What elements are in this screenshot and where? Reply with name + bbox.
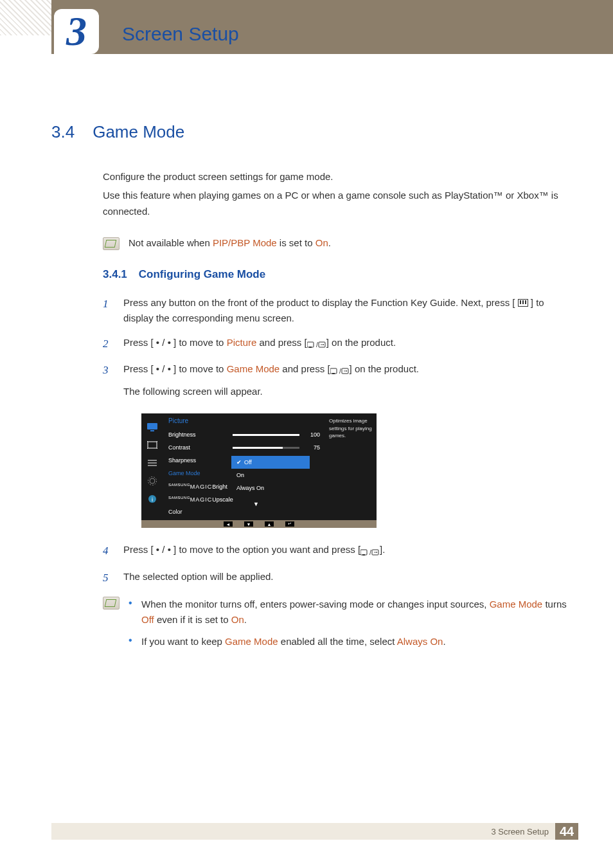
osd-info-icon: i — [147, 494, 158, 503]
s3-tail: The following screen will appear. — [123, 384, 574, 399]
menu-icon — [518, 299, 528, 307]
subsection-heading: 3.4.1 Configuring Game Mode — [103, 268, 574, 281]
s4-slash: / — [159, 544, 168, 555]
osd-option-on: On — [231, 469, 310, 482]
step-1: 1 Press any button on the front of the p… — [103, 295, 574, 326]
bottom-notes: • When the monitor turns off, enters pow… — [103, 597, 574, 656]
svg-point-17 — [150, 478, 155, 484]
osd-contrast-slider — [233, 447, 299, 449]
step-num-1: 1 — [103, 295, 112, 326]
check-icon: ✔ — [236, 459, 242, 466]
section-number: 3.4 — [51, 122, 75, 142]
content-area: 3.4 Game Mode Configure the product scre… — [51, 122, 574, 674]
s2-pre: Press [ — [123, 337, 156, 348]
term-gamemode: Game Mode — [227, 363, 280, 374]
note2-text: If you want to keep Game Mode enabled al… — [141, 634, 446, 649]
subsection-number: 3.4.1 — [103, 268, 127, 281]
bullet-dot-2: • — [129, 634, 135, 649]
term-picture: Picture — [227, 337, 257, 348]
subsection-title: Configuring Game Mode — [139, 268, 265, 281]
step-body-2: Press [ • / • ] to move to Picture and p… — [123, 335, 574, 352]
osd-magicupscale-label: SAMSUNGMAGICUpscale — [168, 496, 233, 503]
osd-enter-icon: ↵ — [285, 521, 294, 527]
s3-mid2: and press [ — [280, 363, 330, 374]
svg-rect-3 — [307, 342, 314, 347]
step-body-1: Press any button on the front of the pro… — [123, 295, 574, 326]
s2-post: ] on the product. — [326, 337, 396, 348]
note-term-pip: PIP/PBP Mode — [213, 237, 277, 248]
step-body-3: Press [ • / • ] to move to Game Mode and… — [123, 361, 574, 399]
step-body-5: The selected option will be applied. — [123, 569, 574, 586]
page: 3 Screen Setup 3.4 Game Mode Configure t… — [0, 0, 613, 868]
osd-brightness-label: Brightness — [168, 431, 196, 438]
svg-point-18 — [148, 477, 157, 485]
osd-up-icon: ▲ — [265, 521, 274, 527]
footer-bar: 3 Screen Setup 44 — [51, 823, 578, 840]
note-bullet-2: • If you want to keep Game Mode enabled … — [129, 634, 574, 649]
bottom-notes-body: • When the monitor turns off, enters pow… — [129, 597, 574, 656]
osd-brightness-row: Brightness 100 — [163, 428, 325, 441]
bullet-dot-1: • — [129, 597, 135, 628]
osd-left-icon: ◄ — [224, 521, 233, 527]
osd-gear-icon — [147, 476, 158, 485]
section-heading: 3.4 Game Mode — [51, 122, 574, 142]
enter-icons-3: / — [360, 543, 380, 559]
osd-down-icon: ▼ — [244, 521, 253, 527]
note-pre: Not available when — [129, 237, 213, 248]
svg-rect-21 — [360, 550, 367, 555]
osd-panel: i Picture Brightness 100 Contrast — [141, 413, 377, 528]
svg-rect-1 — [522, 300, 524, 304]
osd-list-icon — [147, 458, 158, 467]
section-title: Game Mode — [93, 122, 184, 142]
svg-text:i: i — [152, 496, 153, 503]
osd-sharpness-label: Sharpness — [168, 457, 196, 464]
svg-text:/: / — [316, 341, 318, 348]
term-alwayson: Always On — [397, 636, 443, 647]
osd-color-label: Color — [168, 509, 182, 515]
term-off: Off — [141, 614, 154, 625]
enter-icons-2: / — [330, 362, 350, 377]
svg-rect-22 — [362, 554, 365, 556]
s2-mid2: and press [ — [256, 337, 306, 348]
step-3: 3 Press [ • / • ] to move to Game Mode a… — [103, 361, 574, 399]
svg-rect-2 — [525, 300, 526, 304]
svg-rect-4 — [309, 347, 312, 348]
svg-rect-11 — [147, 423, 157, 429]
osd-monitor-icon — [147, 422, 158, 431]
step-num-4: 4 — [103, 542, 112, 559]
term-gamemode-2: Game Mode — [490, 599, 543, 610]
osd-color-row: Color — [163, 505, 325, 518]
osd-magicupscale-row: SAMSUNGMAGICUpscale — [163, 493, 325, 505]
chapter-number: 3 — [66, 11, 87, 52]
osd-contrast-row: Contrast 75 — [163, 441, 325, 454]
note1-text: When the monitor turns off, enters power… — [141, 597, 574, 628]
note-icon-2 — [103, 597, 120, 610]
note-bullet-1: • When the monitor turns off, enters pow… — [129, 597, 574, 628]
osd-sidebar: i — [141, 413, 163, 520]
s2-mid: ] to move to — [171, 337, 227, 348]
osd-brightness-value: 100 — [307, 431, 320, 438]
note-term-on: On — [315, 237, 328, 248]
osd-screen-icon — [147, 440, 158, 449]
step-num-5: 5 — [103, 569, 112, 586]
step-4: 4 Press [ • / • ] to move to the option … — [103, 542, 574, 559]
step-2: 2 Press [ • / • ] to move to Picture and… — [103, 335, 574, 352]
osd-gamemode-label: Game Mode — [168, 470, 200, 476]
step-5: 5 The selected option will be applied. — [103, 569, 574, 586]
step1-pre: Press any button on the front of the pro… — [123, 297, 515, 308]
top-note: Not available when PIP/PBP Mode is set t… — [103, 237, 574, 250]
header-bar: 3 Screen Setup — [0, 0, 613, 54]
step-body-4: Press [ • / • ] to move to the option yo… — [123, 542, 574, 559]
term-gamemode-3: Game Mode — [225, 636, 278, 647]
steps-list-2: 4 Press [ • / • ] to move to the option … — [103, 542, 574, 586]
osd-title: Picture — [163, 413, 325, 428]
s3-pre: Press [ — [123, 363, 156, 374]
osd-option-off: ✔Off — [231, 456, 310, 469]
note-post: . — [328, 237, 331, 248]
osd-submenu: ✔Off On Always On — [231, 456, 310, 494]
page-number: 44 — [555, 823, 578, 840]
osd-magicbright-label: SAMSUNGMAGICBright — [168, 483, 227, 490]
term-on-2: On — [231, 614, 244, 625]
svg-rect-13 — [148, 442, 157, 448]
osd-description: Optimizes image settings for playing gam… — [325, 413, 377, 520]
